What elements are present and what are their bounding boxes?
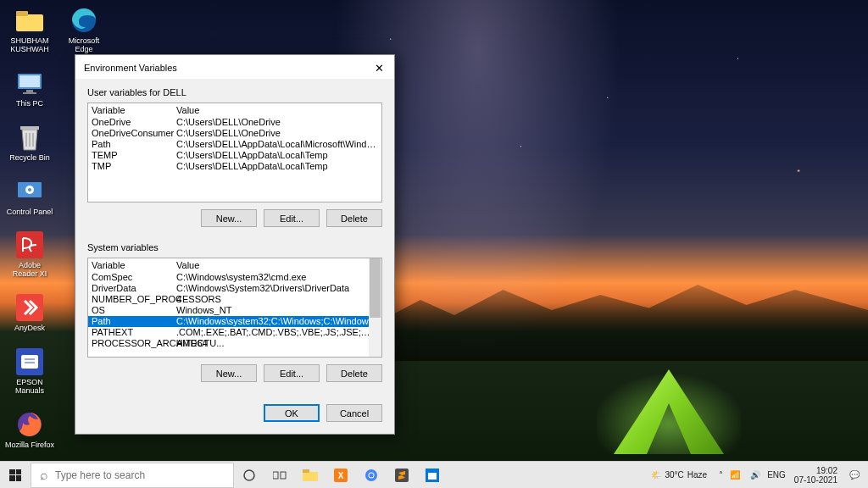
icon-label: Recycle Bin bbox=[9, 154, 50, 163]
svg-point-12 bbox=[28, 188, 31, 191]
system-vars-label: System variables bbox=[87, 242, 382, 252]
var-name: Path bbox=[92, 316, 176, 327]
svg-rect-25 bbox=[303, 469, 309, 473]
sys-new-button[interactable]: New... bbox=[201, 364, 257, 382]
system-tray: 🌤️ 30°C Haze ˄ 📶 🔊 ENG 19:02 07-10-2021 … bbox=[646, 466, 868, 485]
table-row[interactable]: ComSpecC:\Windows\system32\cmd.exe bbox=[88, 272, 381, 283]
icon-label: Adobe Reader XI bbox=[5, 262, 54, 279]
desktop-icon-adobe-reader[interactable]: Adobe Reader XI bbox=[5, 230, 54, 279]
col-header-variable[interactable]: Variable bbox=[92, 105, 176, 115]
close-button[interactable]: ✕ bbox=[370, 60, 387, 75]
file-explorer-icon[interactable] bbox=[295, 462, 326, 489]
task-view-icon[interactable] bbox=[264, 462, 295, 489]
table-row[interactable]: TEMPC:\Users\DELL\AppData\Local\Temp bbox=[88, 150, 381, 161]
search-input[interactable] bbox=[55, 469, 225, 481]
system-vars-listbox[interactable]: Variable Value ComSpecC:\Windows\system3… bbox=[87, 258, 382, 358]
network-icon[interactable]: 📶 bbox=[730, 470, 740, 480]
desktop-icon-this-pc[interactable]: This PC bbox=[5, 68, 54, 108]
chrome-icon[interactable] bbox=[356, 462, 387, 489]
var-name: OneDriveConsumer bbox=[92, 128, 176, 139]
var-name: TEMP bbox=[92, 150, 176, 161]
desktop-icon-user-folder[interactable]: SHUBHAM KUSHWAH bbox=[5, 5, 54, 54]
svg-rect-16 bbox=[21, 355, 38, 369]
svg-point-30 bbox=[370, 473, 374, 477]
volume-icon[interactable]: 🔊 bbox=[750, 470, 760, 480]
col-header-value[interactable]: Value bbox=[176, 105, 378, 115]
table-row[interactable]: PathC:\Windows\system32;C:\Windows;C:\Wi… bbox=[88, 316, 381, 327]
var-name: Path bbox=[92, 139, 176, 150]
table-row[interactable]: PROCESSOR_ARCHITECTU...AMD64 bbox=[88, 338, 381, 349]
time: 19:02 bbox=[794, 466, 837, 475]
svg-rect-0 bbox=[16, 14, 43, 31]
cortana-icon[interactable] bbox=[234, 462, 264, 489]
dialog-titlebar[interactable]: Environment Variables ✕ bbox=[75, 55, 394, 79]
table-row[interactable]: PathC:\Users\DELL\AppData\Local\Microsof… bbox=[88, 139, 381, 150]
user-new-button[interactable]: New... bbox=[201, 209, 257, 227]
var-value: .COM;.EXE;.BAT;.CMD;.VBS;.VBE;.JS;.JSE;.… bbox=[176, 327, 378, 338]
svg-rect-5 bbox=[23, 92, 36, 94]
table-row[interactable]: OSWindows_NT bbox=[88, 305, 381, 316]
firefox-icon bbox=[14, 409, 45, 440]
weather-temp: 30°C bbox=[665, 470, 683, 480]
table-row[interactable]: TMPC:\Users\DELL\AppData\Local\Temp bbox=[88, 161, 381, 172]
clock[interactable]: 19:02 07-10-2021 bbox=[794, 466, 837, 485]
xampp-icon[interactable]: X bbox=[326, 462, 356, 489]
desktop-icon-recycle-bin[interactable]: Recycle Bin bbox=[5, 122, 54, 163]
col-header-variable[interactable]: Variable bbox=[92, 260, 176, 270]
var-name: OneDrive bbox=[92, 117, 176, 128]
settings-app-icon[interactable] bbox=[417, 462, 448, 489]
table-row[interactable]: PATHEXT.COM;.EXE;.BAT;.CMD;.VBS;.VBE;.JS… bbox=[88, 327, 381, 338]
svg-rect-22 bbox=[273, 472, 278, 479]
search-icon: ⌕ bbox=[40, 468, 48, 483]
table-row[interactable]: DriverDataC:\Windows\System32\Drivers\Dr… bbox=[88, 283, 381, 294]
cancel-button[interactable]: Cancel bbox=[326, 404, 382, 422]
desktop-icon-control-panel[interactable]: Control Panel bbox=[5, 176, 54, 217]
search-box[interactable]: ⌕ bbox=[31, 463, 234, 488]
weather-icon: 🌤️ bbox=[651, 470, 661, 480]
svg-rect-24 bbox=[303, 472, 318, 481]
table-row[interactable]: OneDriveC:\Users\DELL\OneDrive bbox=[88, 117, 381, 128]
language-indicator[interactable]: ENG bbox=[767, 470, 786, 480]
var-name: NUMBER_OF_PROCESSORS bbox=[92, 294, 176, 305]
scrollbar[interactable] bbox=[369, 258, 381, 357]
sublime-icon[interactable] bbox=[387, 462, 417, 489]
user-edit-button[interactable]: Edit... bbox=[264, 209, 320, 227]
weather-cond: Haze bbox=[687, 470, 707, 480]
user-delete-button[interactable]: Delete bbox=[326, 209, 382, 227]
var-name: PATHEXT bbox=[92, 327, 176, 338]
var-value: 4 bbox=[176, 294, 378, 305]
var-name: OS bbox=[92, 305, 176, 316]
sys-edit-button[interactable]: Edit... bbox=[264, 364, 320, 382]
icon-label: Control Panel bbox=[7, 208, 53, 217]
svg-rect-13 bbox=[16, 231, 43, 258]
table-row[interactable]: NUMBER_OF_PROCESSORS4 bbox=[88, 294, 381, 305]
var-name: DriverData bbox=[92, 283, 176, 294]
table-row[interactable]: OneDriveConsumerC:\Users\DELL\OneDrive bbox=[88, 128, 381, 139]
desktop-icon-anydesk[interactable]: AnyDesk bbox=[5, 292, 54, 333]
svg-rect-3 bbox=[19, 75, 40, 87]
notifications-icon[interactable]: 💬 bbox=[849, 470, 860, 480]
var-value: C:\Windows\system32;C:\Windows;C:\Window… bbox=[176, 316, 378, 327]
col-header-value[interactable]: Value bbox=[176, 260, 378, 270]
var-name: TMP bbox=[92, 161, 176, 172]
icon-label: Microsoft Edge bbox=[59, 37, 108, 54]
taskbar: ⌕ X 🌤️ 30°C Haze ˄ 📶 🔊 ENG 19:02 07-10-2… bbox=[0, 461, 868, 488]
desktop-icon-firefox[interactable]: Mozilla Firefox bbox=[5, 409, 54, 450]
var-value: C:\Users\DELL\AppData\Local\Temp bbox=[176, 161, 378, 172]
tray-chevron-icon[interactable]: ˄ bbox=[719, 470, 723, 480]
user-vars-listbox[interactable]: Variable Value OneDriveC:\Users\DELL\One… bbox=[87, 103, 382, 202]
windows-logo-icon bbox=[9, 469, 21, 481]
desktop-icon-edge[interactable]: Microsoft Edge bbox=[59, 5, 108, 54]
var-value: C:\Windows\System32\Drivers\DriverData bbox=[176, 283, 378, 294]
ok-button[interactable]: OK bbox=[264, 404, 320, 422]
var-value: C:\Users\DELL\AppData\Local\Microsoft\Wi… bbox=[176, 139, 378, 150]
dialog-title: Environment Variables bbox=[84, 63, 177, 73]
icon-label: SHUBHAM KUSHWAH bbox=[5, 37, 54, 54]
start-button[interactable] bbox=[0, 462, 31, 489]
anydesk-icon bbox=[14, 292, 45, 323]
icon-label: EPSON Manuals bbox=[5, 379, 54, 396]
sys-delete-button[interactable]: Delete bbox=[326, 364, 382, 382]
date: 07-10-2021 bbox=[794, 475, 837, 485]
weather-widget[interactable]: 🌤️ 30°C Haze bbox=[651, 470, 707, 480]
desktop-icon-epson-manuals[interactable]: EPSON Manuals bbox=[5, 347, 54, 396]
